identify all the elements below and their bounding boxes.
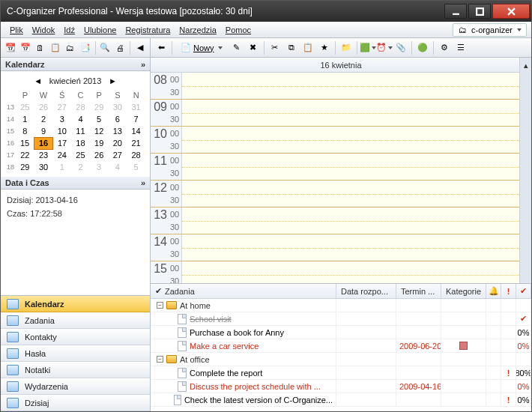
calendar-day[interactable]: 29 bbox=[16, 161, 34, 173]
col-subject[interactable]: ✔Zadania bbox=[151, 284, 336, 298]
time-slot[interactable] bbox=[182, 100, 519, 126]
menu-pomoc[interactable]: Pomoc bbox=[221, 24, 256, 36]
vertical-scrollbar[interactable] bbox=[519, 73, 531, 283]
col-due[interactable]: Termin ... bbox=[396, 284, 441, 298]
maximize-button[interactable] bbox=[468, 4, 491, 19]
calendar-day[interactable]: 1 bbox=[52, 161, 71, 173]
prev-month-button[interactable]: ◄ bbox=[33, 76, 43, 86]
view-day-button[interactable]: 📆 bbox=[4, 40, 17, 55]
task-row[interactable]: Make a car service2009-06-200% bbox=[151, 339, 531, 353]
calendar-day[interactable]: 23 bbox=[34, 149, 53, 161]
task-row[interactable]: Complete the report!80% bbox=[151, 366, 531, 380]
calendar-day[interactable]: 6 bbox=[109, 113, 127, 125]
back-button[interactable]: ⬅ bbox=[154, 40, 169, 55]
cut-button[interactable]: ✂ bbox=[267, 40, 282, 55]
calendar-day[interactable]: 22 bbox=[16, 149, 34, 161]
task-row[interactable]: Check the latest version of C-Organize..… bbox=[151, 393, 531, 407]
today-button[interactable]: 🟢 bbox=[415, 40, 430, 55]
calendar-day[interactable]: 28 bbox=[127, 149, 145, 161]
menu-plik[interactable]: Plik bbox=[5, 24, 28, 36]
calendar-day[interactable]: 30 bbox=[109, 101, 127, 113]
edit-button[interactable]: ✎ bbox=[229, 40, 244, 55]
expander-icon[interactable]: − bbox=[157, 356, 163, 363]
delete-button[interactable]: ✖ bbox=[246, 40, 261, 55]
calendar-day[interactable]: 13 bbox=[109, 125, 127, 137]
time-slot[interactable] bbox=[182, 154, 519, 180]
nav-wydarzenia[interactable]: Wydarzenia bbox=[1, 378, 150, 395]
refresh-button[interactable]: 🔍 bbox=[98, 40, 112, 55]
calendar-day[interactable]: 1 bbox=[16, 113, 34, 125]
next-month-button[interactable]: ► bbox=[107, 76, 118, 86]
nav-kalendarz[interactable]: Kalendarz bbox=[1, 296, 150, 312]
calendar-day[interactable]: 27 bbox=[109, 149, 127, 161]
nav-hasła[interactable]: Hasła bbox=[1, 345, 150, 362]
calendar-day[interactable]: 16 bbox=[34, 137, 53, 149]
expander-icon[interactable]: − bbox=[157, 302, 163, 309]
time-slot[interactable] bbox=[182, 127, 519, 153]
task-row[interactable]: Purchase a book for Anny0% bbox=[151, 326, 531, 339]
calendar-day[interactable]: 7 bbox=[127, 113, 145, 125]
folder-button[interactable]: 📁 bbox=[339, 40, 354, 55]
nav-kontakty[interactable]: Kontakty bbox=[1, 329, 150, 345]
col-done[interactable]: ✔ bbox=[516, 284, 531, 298]
calendar-day[interactable]: 3 bbox=[90, 161, 109, 173]
col-reminder[interactable]: 🔔 bbox=[486, 284, 501, 298]
datetime-panel-header[interactable]: Data i Czas » bbox=[1, 176, 150, 190]
scroll-up-button[interactable]: ▴ bbox=[519, 58, 531, 73]
calendar-day[interactable]: 18 bbox=[71, 137, 90, 149]
view-month-button[interactable]: 📋 bbox=[49, 40, 62, 55]
col-priority[interactable]: ! bbox=[501, 284, 516, 298]
nav-zadania[interactable]: Zadania bbox=[1, 312, 150, 329]
calendar-day[interactable]: 17 bbox=[52, 137, 71, 149]
calendar-day[interactable]: 29 bbox=[90, 101, 109, 113]
calendar-day[interactable]: 9 bbox=[34, 125, 53, 137]
attachment-button[interactable]: 📎 bbox=[393, 40, 408, 55]
menu-ulubione[interactable]: Ulubione bbox=[79, 24, 121, 36]
time-slot[interactable] bbox=[182, 207, 519, 234]
menu-registratura[interactable]: Registratura bbox=[121, 24, 175, 36]
nav-notatki[interactable]: Notatki bbox=[1, 362, 150, 378]
calendar-day[interactable]: 14 bbox=[127, 125, 145, 137]
menu-widok[interactable]: Widok bbox=[28, 24, 60, 36]
time-slot[interactable] bbox=[182, 234, 519, 261]
calendar-day[interactable]: 20 bbox=[109, 137, 127, 149]
paste-button[interactable]: 📋 bbox=[300, 40, 315, 55]
reminder-button[interactable]: ⏰ bbox=[377, 40, 392, 55]
time-slot[interactable] bbox=[182, 73, 519, 99]
filter-button[interactable]: ⚙ bbox=[437, 40, 452, 55]
calendar-day[interactable]: 31 bbox=[127, 101, 145, 113]
calendar-day[interactable]: 25 bbox=[71, 149, 90, 161]
close-button[interactable] bbox=[492, 4, 530, 19]
schedule-grid[interactable]: 0800300900301000301100301200301300301400… bbox=[151, 73, 531, 284]
month-label[interactable]: kwiecień 2013 bbox=[49, 76, 102, 85]
calendar-day[interactable]: 15 bbox=[16, 137, 34, 149]
menu-narzedzia[interactable]: Narzędzia bbox=[175, 24, 221, 36]
category-button[interactable]: 🟩 bbox=[360, 40, 375, 55]
calendar-panel-header[interactable]: Kalendarz » bbox=[1, 58, 150, 71]
calendar-day[interactable]: 5 bbox=[127, 161, 145, 173]
calendar-day[interactable]: 25 bbox=[16, 101, 34, 113]
view-year-button[interactable]: 🗂 bbox=[64, 40, 77, 55]
calendar-day[interactable]: 26 bbox=[90, 149, 109, 161]
calendar-day[interactable]: 27 bbox=[52, 101, 71, 113]
calendar-day[interactable]: 30 bbox=[34, 161, 53, 173]
task-group[interactable]: −At home bbox=[151, 299, 531, 312]
minimize-button[interactable] bbox=[444, 4, 467, 19]
calendar-day[interactable]: 8 bbox=[16, 125, 34, 137]
task-row[interactable]: Discuss the project schedule with ...200… bbox=[151, 380, 531, 393]
col-category[interactable]: Kategorie bbox=[441, 284, 486, 298]
col-start[interactable]: Data rozpo... bbox=[336, 284, 396, 298]
calendar-day[interactable]: 26 bbox=[34, 101, 53, 113]
calendar-day[interactable]: 2 bbox=[34, 113, 53, 125]
collapse-button[interactable]: ◀ bbox=[133, 40, 147, 55]
calendar-day[interactable]: 19 bbox=[90, 137, 109, 149]
calendar-day[interactable]: 2 bbox=[71, 161, 90, 173]
copy-button[interactable]: ⧉ bbox=[284, 40, 299, 55]
favorite-button[interactable]: ★ bbox=[317, 40, 332, 55]
calendar-day[interactable]: 4 bbox=[71, 113, 90, 125]
calendar-day[interactable]: 24 bbox=[52, 149, 71, 161]
view-workweek-button[interactable]: 🗓 bbox=[34, 40, 47, 55]
task-row[interactable]: School visit✔ bbox=[151, 312, 531, 326]
calendar-day[interactable]: 5 bbox=[90, 113, 109, 125]
calendar-day[interactable]: 28 bbox=[71, 101, 90, 113]
